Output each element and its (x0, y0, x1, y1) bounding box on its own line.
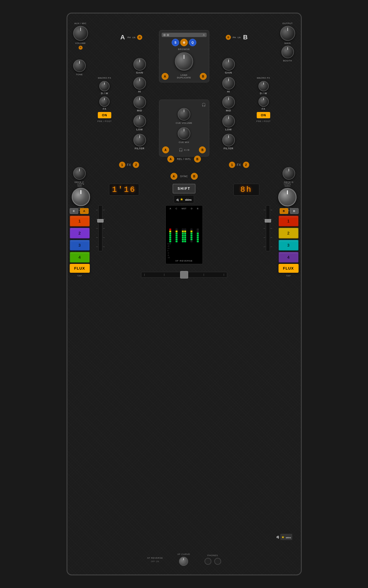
sync-b-btn[interactable]: B (191, 173, 198, 180)
seg (176, 233, 178, 234)
pad-right-3[interactable]: 3 (279, 240, 299, 251)
ch-b-gear[interactable]: ⚙ (226, 35, 231, 40)
seg (169, 237, 171, 238)
on-right-btn[interactable]: ON (257, 112, 270, 118)
vu-label-b: B (197, 207, 198, 210)
fx-num-2-left[interactable]: 2 (133, 162, 139, 168)
deck-c-knob[interactable] (73, 167, 86, 180)
main-knob[interactable] (280, 26, 295, 41)
dw-right-knob[interactable] (258, 81, 269, 91)
on-left-btn[interactable]: ON (98, 112, 111, 118)
xfader-cap[interactable] (180, 271, 188, 278)
load-b-btn[interactable]: B (200, 73, 207, 80)
fader-b-body[interactable] (266, 205, 270, 251)
ch-a-mid-group: MID (133, 96, 146, 112)
ch-a-hi-label: HI (138, 90, 141, 93)
booth-knob[interactable] (281, 46, 294, 58)
pad-left-2[interactable]: 2 (70, 228, 90, 239)
shift-button[interactable]: SHIFT (172, 184, 196, 194)
dw-left-knob[interactable] (99, 81, 110, 91)
cue-volume-knob[interactable] (178, 108, 190, 121)
tone-knob[interactable] (73, 59, 86, 72)
pad-right-4[interactable]: 4 (279, 252, 299, 263)
sync-a-btn[interactable]: A (170, 173, 177, 180)
ch-a-filter-knob[interactable] (133, 134, 146, 146)
vu-db-labels: CLIP +6 +3 0 -3 -6 -15 (168, 243, 201, 258)
cd-row: A 🎧 C / D B (162, 146, 206, 153)
pad-right-2[interactable]: 2 (279, 228, 299, 239)
seg (184, 237, 186, 238)
xf-curve-knob[interactable] (179, 557, 188, 566)
a-select-btn[interactable]: A (80, 208, 89, 214)
seg-off (190, 241, 192, 242)
fader-b-cap[interactable] (265, 219, 271, 223)
db-label-col: CLIP +6 +3 0 -3 -6 -15 (168, 243, 171, 258)
d-select-btn[interactable]: D (290, 208, 299, 214)
fx-num-1-right[interactable]: 1 (229, 162, 235, 168)
seg (197, 237, 199, 238)
fx-left-knob[interactable] (99, 96, 110, 107)
xfader-track[interactable] (141, 272, 227, 278)
flux-left-btn[interactable]: FLUX (70, 264, 90, 273)
s-button[interactable]: S (172, 39, 179, 46)
fader-a-ticks-l (96, 205, 98, 251)
ch-a-hi-knob[interactable] (133, 77, 146, 90)
ch-b-mid-knob[interactable] (222, 96, 235, 109)
cd-b-btn[interactable]: B (199, 146, 206, 153)
fx-num-1-left[interactable]: 1 (119, 162, 125, 168)
deck-d-knob[interactable] (283, 167, 295, 180)
flux-right-btn[interactable]: FLUX (279, 264, 299, 273)
pad-right-1[interactable]: 1 (279, 216, 299, 227)
cue-mix-knob[interactable] (178, 127, 190, 140)
aux-mic-knob[interactable] (73, 26, 88, 41)
warning-icon: ⚠ (203, 34, 205, 36)
bd-labels: B D (279, 208, 299, 214)
ch-b-low-group: LOW (222, 115, 235, 131)
load-label: LOAD (177, 74, 191, 76)
cue-panel: 🎧 CUE VOLUME CUE MIX A 🎧 C / D B (159, 100, 209, 156)
xf-reverse-label: XF REVERSE (168, 260, 201, 262)
pad-left-4[interactable]: 4 (70, 252, 90, 263)
ch-a-gear[interactable]: ⚙ (137, 35, 142, 40)
load-a-btn[interactable]: A (161, 73, 168, 80)
ch-a-mid-knob[interactable] (133, 96, 146, 109)
ch-a-low-knob[interactable] (133, 115, 146, 127)
gear-button[interactable]: ⚙ (180, 39, 188, 46)
seg (176, 239, 178, 240)
seg (197, 241, 199, 242)
seg (176, 231, 178, 232)
b-select-btn[interactable]: B (280, 208, 288, 214)
cd-a-btn[interactable]: A (162, 146, 169, 153)
c-select-btn[interactable]: C (70, 208, 78, 214)
dw-left-group: D / W (99, 81, 110, 95)
shift-center: SHIFT dj ★ skins (172, 184, 196, 203)
tone-group: TONE (73, 59, 86, 76)
pad-left-1[interactable]: 1 (70, 216, 90, 227)
loop-section-left: LOOP●SIZE ⊙ACT⊙MOVE (72, 183, 90, 212)
sync-row: A SYNC B (170, 173, 198, 180)
fx-num-2-right[interactable]: 2 (243, 162, 249, 168)
ch-b-low-knob[interactable] (222, 115, 235, 127)
fader-a-cap[interactable] (97, 219, 104, 223)
fader-a-body[interactable] (98, 205, 102, 251)
rel-b-btn[interactable]: B (194, 156, 201, 163)
ch-b-filter-label: FILTER (224, 147, 233, 150)
tick (264, 237, 265, 238)
ch-b-gain-knob[interactable] (222, 58, 235, 71)
ch-a-gain-knob[interactable] (133, 58, 146, 71)
tap-right-label: TAP (279, 274, 299, 277)
q-button[interactable]: Q (189, 39, 196, 46)
ch-b-hi-knob[interactable] (222, 77, 235, 90)
fader-b-track (264, 205, 272, 251)
loop-knob-right[interactable] (278, 188, 297, 206)
seg (184, 231, 186, 232)
xf-reverse-switches: OFF ON (151, 560, 159, 562)
pad-left-3[interactable]: 3 (70, 240, 90, 251)
ch-b-filter-knob[interactable] (222, 134, 235, 146)
loop-knob-left[interactable] (72, 188, 90, 206)
fx-right-knob[interactable] (258, 96, 269, 107)
star-icon: ★ (180, 197, 184, 202)
vu-header-row: A C MST D B (168, 207, 201, 210)
browse-knob[interactable] (175, 52, 193, 71)
rel-a-btn[interactable]: A (167, 156, 174, 163)
